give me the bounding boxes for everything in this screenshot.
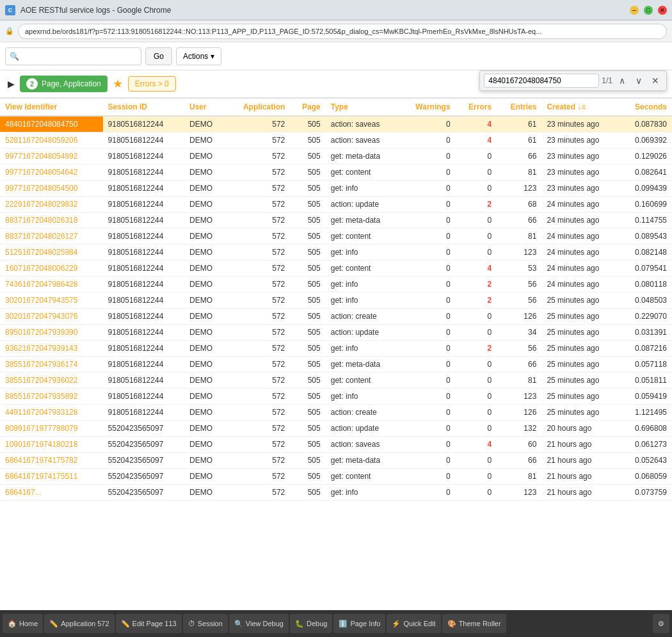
page-cell: 505 bbox=[290, 133, 325, 149]
created-cell: 23 minutes ago bbox=[541, 116, 620, 133]
table-row: 449116720479331289180516812244DEMO572505… bbox=[0, 405, 672, 421]
created-cell: 25 minutes ago bbox=[541, 389, 620, 405]
table-body: 484016720480847509180516812244DEMO572505… bbox=[0, 116, 672, 501]
view-id-cell[interactable]: 16071672048006229 bbox=[0, 261, 103, 277]
created-cell: 25 minutes ago bbox=[541, 357, 620, 373]
created-cell: 24 minutes ago bbox=[541, 277, 620, 293]
view-id-cell[interactable]: 44911672047933128 bbox=[0, 405, 103, 421]
view-id-cell[interactable]: 93621672047939143 bbox=[0, 341, 103, 357]
view-id-cell[interactable]: 74361672047986428 bbox=[0, 277, 103, 293]
page-cell: 505 bbox=[290, 277, 325, 293]
page-cell: 505 bbox=[290, 229, 325, 245]
view-id-cell[interactable]: 99771672048054500 bbox=[0, 181, 103, 197]
view-id-cell[interactable]: 6864167... bbox=[0, 485, 103, 501]
view-id-cell[interactable]: 68641671974175782 bbox=[0, 453, 103, 469]
user-cell: DEMO bbox=[184, 229, 225, 245]
view-id-cell[interactable]: 80991671977788079 bbox=[0, 421, 103, 437]
view-id-cell[interactable]: 51251672048025984 bbox=[0, 245, 103, 261]
edit-page-button[interactable]: ✏️Edit Page 113 bbox=[116, 614, 182, 633]
view-id-cell[interactable]: 88371672048026318 bbox=[0, 213, 103, 229]
actions-button[interactable]: Actions ▾ bbox=[176, 47, 221, 65]
view-id-cell[interactable]: 99771672048054892 bbox=[0, 149, 103, 165]
entries-cell: 66 bbox=[497, 213, 541, 229]
view-id-cell[interactable]: 10901671974180218 bbox=[0, 437, 103, 453]
session-id-cell: 9180516812244 bbox=[103, 245, 184, 261]
star-button[interactable]: ★ bbox=[113, 77, 123, 91]
filter-chip[interactable]: 2 Page, Application bbox=[20, 76, 108, 92]
seconds-cell: 0.696808 bbox=[620, 421, 672, 437]
minimize-button[interactable]: ─ bbox=[630, 6, 639, 15]
created-cell: 23 minutes ago bbox=[541, 181, 620, 197]
type-cell: get: content bbox=[326, 373, 400, 389]
entries-cell: 81 bbox=[497, 469, 541, 485]
user-cell: DEMO bbox=[184, 325, 225, 341]
errors-cell: 4 bbox=[456, 133, 497, 149]
user-cell: DEMO bbox=[184, 453, 225, 469]
entries-cell: 68 bbox=[497, 197, 541, 213]
view-id-cell[interactable]: 52811672048059206 bbox=[0, 133, 103, 149]
type-cell: get: meta-data bbox=[326, 213, 400, 229]
warnings-cell: 0 bbox=[400, 309, 456, 325]
view-debug-button[interactable]: 🔍View Debug bbox=[229, 614, 289, 633]
user-cell: DEMO bbox=[184, 261, 225, 277]
view-id-cell[interactable]: 88371672048026127 bbox=[0, 229, 103, 245]
seconds-cell: 0.051811 bbox=[620, 373, 672, 389]
settings-button[interactable]: ⚙ bbox=[653, 614, 669, 633]
warnings-cell: 0 bbox=[400, 437, 456, 453]
search-input[interactable] bbox=[22, 52, 137, 61]
col-page: Page bbox=[290, 99, 325, 116]
errors-cell: 4 bbox=[456, 437, 497, 453]
find-input[interactable] bbox=[484, 74, 599, 88]
table-row: 686416719741755115520423565097DEMO572505… bbox=[0, 469, 672, 485]
quick-edit-button[interactable]: ⚡Quick Edit bbox=[387, 614, 440, 633]
session-id-cell: 5520423565097 bbox=[103, 453, 184, 469]
find-prev-button[interactable]: ∧ bbox=[615, 74, 629, 88]
address-url[interactable]: apexrnd.be/ords181/f?p=572:113:918051681… bbox=[18, 24, 667, 39]
search-box: 🔍 bbox=[5, 47, 141, 65]
view-id-cell[interactable]: 99771672048054642 bbox=[0, 165, 103, 181]
page-cell: 505 bbox=[290, 181, 325, 197]
errors-cell: 0 bbox=[456, 485, 497, 501]
warnings-cell: 0 bbox=[400, 469, 456, 485]
created-cell: 25 minutes ago bbox=[541, 373, 620, 389]
maximize-button[interactable]: □ bbox=[644, 6, 653, 15]
app-cell: 572 bbox=[225, 197, 290, 213]
view-id-cell[interactable]: 89501672047939390 bbox=[0, 325, 103, 341]
entries-cell: 61 bbox=[497, 133, 541, 149]
page-cell: 505 bbox=[290, 165, 325, 181]
errors-cell: 0 bbox=[456, 469, 497, 485]
go-button[interactable]: Go bbox=[145, 47, 172, 65]
find-close-button[interactable]: ✕ bbox=[648, 74, 662, 88]
find-next-button[interactable]: ∨ bbox=[632, 74, 646, 88]
view-id-cell[interactable]: 30201672047943076 bbox=[0, 309, 103, 325]
view-id-cell[interactable]: 38551672047936022 bbox=[0, 373, 103, 389]
table-row: 743616720479864289180516812244DEMO572505… bbox=[0, 277, 672, 293]
view-id-cell[interactable]: 68641671974175511 bbox=[0, 469, 103, 485]
view-id-cell[interactable]: 88551672047935892 bbox=[0, 389, 103, 405]
view-id-cell[interactable]: 30201672047943575 bbox=[0, 293, 103, 309]
user-cell: DEMO bbox=[184, 389, 225, 405]
app-cell: 572 bbox=[225, 309, 290, 325]
home-button[interactable]: 🏠Home bbox=[3, 614, 43, 633]
view-id-cell[interactable]: 38551672047936174 bbox=[0, 357, 103, 373]
debug-button[interactable]: 🐛Debug bbox=[290, 614, 332, 633]
application-button[interactable]: ✏️Application 572 bbox=[44, 614, 114, 633]
view-id-cell[interactable]: 48401672048084750 bbox=[0, 116, 103, 133]
entries-cell: 81 bbox=[497, 165, 541, 181]
created-cell: 23 minutes ago bbox=[541, 149, 620, 165]
close-button[interactable]: ✕ bbox=[658, 6, 667, 15]
warnings-cell: 0 bbox=[400, 165, 456, 181]
app-cell: 572 bbox=[225, 116, 290, 133]
type-cell: action: create bbox=[326, 405, 400, 421]
created-cell: 25 minutes ago bbox=[541, 325, 620, 341]
page-info-button[interactable]: ℹ️Page Info bbox=[333, 614, 385, 633]
view-id-cell[interactable]: 22291672048029832 bbox=[0, 197, 103, 213]
edit-page-icon: ✏️ bbox=[121, 620, 130, 628]
errors-cell: 0 bbox=[456, 213, 497, 229]
page-cell: 505 bbox=[290, 245, 325, 261]
theme-roller-button[interactable]: 🎨Theme Roller bbox=[442, 614, 506, 633]
session-button[interactable]: ⏱Session bbox=[183, 614, 228, 633]
expand-button[interactable]: ▶ bbox=[8, 79, 15, 89]
warnings-cell: 0 bbox=[400, 213, 456, 229]
type-cell: get: info bbox=[326, 341, 400, 357]
